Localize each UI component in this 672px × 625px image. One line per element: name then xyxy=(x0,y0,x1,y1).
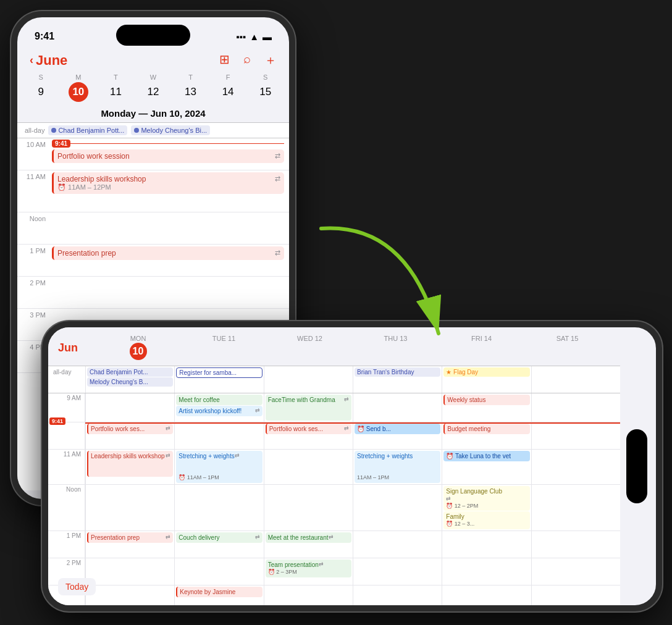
l-cell-fri-noon: Sign Language Club ⇄ ⏰ 12 – 2PM Family ⏰… xyxy=(442,485,531,531)
day-col-mon[interactable]: M 10 xyxy=(60,73,98,103)
day-col-fri[interactable]: F 14 xyxy=(209,73,247,103)
l-cell-mon-1: Presentation prep ⇄ xyxy=(85,531,174,558)
wifi-icon: ▲ xyxy=(250,31,259,42)
chevron-left-icon: ‹ xyxy=(30,54,33,67)
month-back-button[interactable]: ‹ June xyxy=(30,52,67,69)
day-col-thu[interactable]: T 13 xyxy=(172,73,209,103)
l-cell-tue-1: Couch delivery ⇄ xyxy=(174,531,263,558)
l-cell-mon-now: Portfolio work ses... ⇄ xyxy=(85,422,174,449)
l-cell-sat-noon xyxy=(531,485,620,531)
event-team-presentation[interactable]: Team presentation ⇄ ⏰ 2 – 3PM xyxy=(266,560,351,577)
allday-chad[interactable]: Chad Benjamin Pot... xyxy=(87,367,173,377)
event-portfolio-mon[interactable]: Portfolio work ses... ⇄ xyxy=(87,424,173,434)
view-toggle-icon[interactable]: ⊞ xyxy=(219,52,230,69)
event-portfolio-wed[interactable]: Portfolio work ses... ⇄ xyxy=(266,424,351,434)
l-cell-tue-9: Meet for coffee Artist workshop kickoff!… xyxy=(174,393,263,422)
day-col-sat[interactable]: S 15 xyxy=(246,73,284,103)
landscape-day-mon[interactable]: Mon 10 xyxy=(95,332,181,363)
event-meet-restaurant[interactable]: Meet at the restaurant ⇄ xyxy=(266,532,351,543)
l-cell-sat-2 xyxy=(531,558,620,585)
l-row-now: 9:41 Portfolio work ses... ⇄ Portfolio w… xyxy=(48,422,620,450)
time-row-2pm: 2 PM xyxy=(17,277,289,309)
l-cell-thu-3 xyxy=(353,585,442,605)
l-row-noon: Noon Sign Language Club ⇄ ⏰ 12 – 2PM xyxy=(48,485,620,531)
l-cell-tue-3: Keynote by Jasmine xyxy=(174,585,263,605)
l-cell-wed-1: Meet at the restaurant ⇄ xyxy=(264,531,353,558)
l-cell-fri-11: ⏰ Take Luna to the vet xyxy=(442,450,531,484)
all-day-row: all-day Chad Benjamin Pott... Melody Che… xyxy=(17,123,289,138)
allday-melody[interactable]: Melody Cheung's B... xyxy=(87,377,173,387)
event-presentation-prep-l[interactable]: Presentation prep ⇄ xyxy=(87,532,173,543)
l-cell-tue-11: Stretching + weights ⇄ ⏰ 11AM – 1PM xyxy=(174,450,263,484)
l-cell-sat-1 xyxy=(531,531,620,558)
allday-event-2[interactable]: Melody Cheung's Bi... xyxy=(131,125,210,135)
event-portfolio-work[interactable]: Portfolio work session ⇄ xyxy=(52,149,284,163)
event-leadership-workshop[interactable]: Leadership skills workshop ⇄ ⏰ 11AM – 12… xyxy=(52,172,284,194)
l-cell-thu-11: Stretching + weights 11AM – 1PM xyxy=(353,450,442,484)
event-luna-vet[interactable]: ⏰ Take Luna to the vet xyxy=(443,451,529,461)
now-line-indicator: 9:41 xyxy=(52,140,284,148)
l-cell-fri-2 xyxy=(442,558,531,585)
landscape-month-label: Jun xyxy=(58,342,95,354)
event-keynote-jasmine[interactable]: Keynote by Jasmine xyxy=(176,587,262,597)
day-col-wed[interactable]: W 12 xyxy=(135,73,172,103)
l-cell-thu-noon xyxy=(353,485,442,531)
l-cell-mon-2 xyxy=(85,558,174,585)
event-couch-delivery[interactable]: Couch delivery ⇄ xyxy=(176,532,262,543)
day-col-tue[interactable]: T 11 xyxy=(97,73,135,103)
l-cell-mon-noon xyxy=(85,485,174,531)
event-sign-language[interactable]: Sign Language Club ⇄ ⏰ 12 – 2PM xyxy=(443,486,529,511)
l-cell-fri-1 xyxy=(442,531,531,558)
l-cell-wed-now: Portfolio work ses... ⇄ xyxy=(264,422,353,449)
event-family[interactable]: Family ⏰ 12 – 3... xyxy=(443,511,529,529)
landscape-day-sat[interactable]: Sat 15 xyxy=(524,332,610,363)
landscape-day-tue[interactable]: Tue 11 xyxy=(181,332,267,363)
l-cell-wed-2: Team presentation ⇄ ⏰ 2 – 3PM xyxy=(264,558,353,585)
l-cell-mon-11: Leadership skills workshop ⇄ xyxy=(85,450,174,484)
event-budget-meeting[interactable]: Budget meeting xyxy=(443,424,529,434)
event-facetime-grandma[interactable]: FaceTime with Grandma ⇄ xyxy=(266,395,351,421)
l-cell-sat-9 xyxy=(531,393,620,422)
week-days-header: S 9 M 10 T 11 W 12 T 13 F 14 S 15 xyxy=(17,73,289,103)
l-row-2pm: 2 PM Team presentation ⇄ ⏰ 2 – 3PM xyxy=(48,558,620,585)
l-cell-sat-3 xyxy=(531,585,620,605)
event-meet-coffee[interactable]: Meet for coffee xyxy=(176,395,262,405)
now-line-bar xyxy=(70,143,284,145)
today-button[interactable]: Today xyxy=(58,578,96,595)
l-cell-sat-11 xyxy=(531,450,620,484)
search-icon[interactable]: ⌕ xyxy=(243,52,251,69)
l-cell-wed-noon xyxy=(264,485,353,531)
event-artist-workshop[interactable]: Artist workshop kickoff! ⇄ xyxy=(176,406,262,416)
l-cell-thu-1 xyxy=(353,531,442,558)
dynamic-island-landscape xyxy=(626,429,647,503)
l-cell-sat-now xyxy=(531,422,620,449)
l-cell-fri-9: Weekly status xyxy=(442,393,531,422)
event-stretching-tue[interactable]: Stretching + weights ⇄ ⏰ 11AM – 1PM xyxy=(176,451,262,483)
month-label: June xyxy=(36,52,67,69)
allday-samba[interactable]: Register for samba... xyxy=(176,367,262,378)
sync-icon: ⇄ xyxy=(275,152,280,160)
status-time: 9:41 xyxy=(35,31,54,42)
calendar-header: ‹ June ⊞ ⌕ ＋ xyxy=(17,49,289,73)
now-time-badge: 9:41 xyxy=(52,140,70,148)
landscape-time-grid: 9 AM Meet for coffee Artist workshop kic… xyxy=(48,393,620,605)
selected-day-label: Monday — Jun 10, 2024 xyxy=(17,103,289,123)
event-leadership-landscape[interactable]: Leadership skills workshop ⇄ xyxy=(87,451,173,477)
landscape-now-badge: 9:41 xyxy=(49,417,65,425)
add-event-icon[interactable]: ＋ xyxy=(264,52,277,69)
l-row-11am: 11 AM Leadership skills workshop ⇄ Stret… xyxy=(48,450,620,485)
l-row-1pm: 1 PM Presentation prep ⇄ Couch delivery … xyxy=(48,531,620,558)
all-day-label: all-day xyxy=(25,127,44,134)
event-send-b[interactable]: ⏰ Send b... xyxy=(355,424,440,434)
allday-label: all-day xyxy=(48,366,85,393)
event-weekly-status[interactable]: Weekly status xyxy=(443,395,529,405)
day-col-sun[interactable]: S 9 xyxy=(22,73,60,103)
allday-event-1[interactable]: Chad Benjamin Pott... xyxy=(48,125,127,135)
event-stretching-thu[interactable]: Stretching + weights 11AM – 1PM xyxy=(355,451,440,483)
event-presentation-prep[interactable]: Presentation prep ⇄ xyxy=(52,246,284,260)
allday-sat xyxy=(531,366,620,393)
l-row-9am: 9 AM Meet for coffee Artist workshop kic… xyxy=(48,393,620,422)
l-cell-wed-9: FaceTime with Grandma ⇄ xyxy=(264,393,353,422)
l-cell-fri-now: Budget meeting xyxy=(442,422,531,449)
l-cell-thu-now: ⏰ Send b... xyxy=(353,422,442,449)
